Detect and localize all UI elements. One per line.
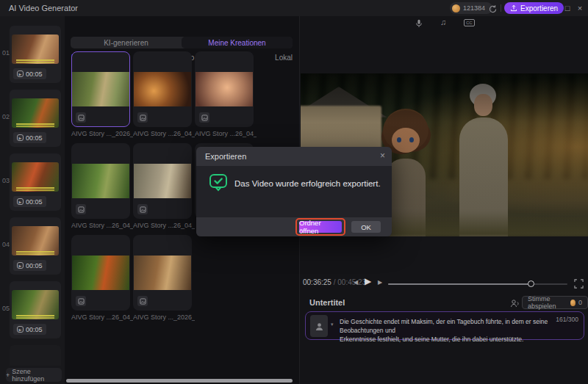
card-label: AIVG Story ...26_04_02(4) — [71, 222, 133, 229]
card-image — [72, 72, 129, 106]
current-time: 00:36:25 — [303, 278, 331, 286]
scene-item-6-partial[interactable] — [0, 345, 65, 366]
seek-bar[interactable] — [388, 283, 567, 285]
play-circle-icon: ▶ — [17, 262, 24, 269]
export-dialog: Exportieren × Das Video wurde erfolgreic… — [196, 147, 392, 236]
scene-number: 04 — [2, 241, 10, 248]
seek-handle[interactable] — [528, 280, 534, 287]
scene-image — [12, 35, 59, 64]
grid-card[interactable] — [133, 51, 192, 127]
dialog-close-icon[interactable]: × — [380, 151, 385, 161]
person-icon — [315, 322, 324, 331]
scene-thumbnail[interactable]: ▶ 00:05 — [10, 153, 61, 211]
scene-item-5[interactable]: 05 ▶ 00:05 — [0, 281, 65, 340]
grid-card[interactable] — [71, 143, 130, 219]
scene-image — [12, 98, 59, 128]
scene-duration-badge: ▶ 00:05 — [13, 324, 46, 335]
scene-duration-badge: ▶ 00:05 — [13, 68, 46, 79]
annotation-highlight — [295, 218, 345, 236]
subtitle-smudge — [16, 187, 54, 189]
image-type-icon — [76, 296, 86, 306]
card-label: AIVG Story ...26_04_02(6) — [133, 130, 195, 137]
card-label: AIVG Story ..._2026_04_21 — [71, 130, 133, 137]
time-separator: / — [334, 278, 336, 286]
minimize-icon[interactable]: – — [550, 2, 562, 14]
scene-number: 02 — [2, 113, 10, 120]
music-icon[interactable]: ♫ — [440, 18, 446, 26]
upload-icon — [510, 4, 517, 12]
scene-item-3[interactable]: 03 ▶ 00:05 — [0, 153, 65, 212]
title-bar: AI Video Generator 121384 Exportieren – … — [0, 0, 588, 16]
ok-button[interactable]: OK — [351, 221, 381, 233]
scene-duration: 00:05 — [26, 134, 43, 142]
card-label: AIVG Story ...26_04_02(5) — [195, 130, 257, 137]
mode-tabs: KI-generieren Meine Kreationen — [71, 37, 293, 48]
dialog-footer: Ordner öffnen OK — [196, 217, 392, 236]
subtitle-text[interactable]: Die Geschichte endet mit Maksim, der ein… — [340, 317, 560, 344]
next-button[interactable]: ▶ — [378, 278, 382, 288]
microphone-icon[interactable] — [415, 18, 423, 31]
scene-thumbnail[interactable] — [10, 345, 61, 366]
coin-icon — [452, 4, 460, 12]
subtitle-text-line: Die Geschichte endet mit Maksim, der ein… — [340, 317, 560, 335]
subtitle-smudge — [16, 59, 54, 61]
scene-duration-badge: ▶ 00:05 — [13, 196, 46, 207]
fullscreen-icon[interactable] — [574, 278, 584, 288]
play-button[interactable]: ▶ — [365, 276, 371, 286]
image-type-icon — [137, 112, 148, 123]
voice-person-icon[interactable] — [510, 298, 520, 308]
card-label: AIVG Story ...26_04_02(1) — [71, 314, 133, 321]
scene-item-4[interactable]: 04 ▶ 00:05 — [0, 217, 65, 276]
success-check-icon — [209, 173, 228, 192]
scene-duration: 00:05 — [26, 326, 43, 333]
grid-card[interactable] — [133, 143, 192, 219]
dialog-title: Exportieren — [205, 152, 246, 161]
maximize-icon[interactable]: □ — [562, 2, 573, 14]
subtab-lokal[interactable]: Lokal — [275, 54, 293, 62]
add-scene-button[interactable]: + Szene hinzufügen — [6, 368, 62, 382]
cc-icon[interactable]: CC — [464, 19, 475, 26]
dialog-message: Das Video wurde erfolgreich exportiert. — [234, 179, 381, 188]
previous-button[interactable]: ◀ — [354, 278, 358, 288]
credits-badge[interactable]: 121384 — [450, 2, 492, 14]
grid-card[interactable] — [133, 235, 192, 311]
scene-thumbnail[interactable]: ▶ 00:05 — [10, 26, 61, 83]
add-scene-label: Szene hinzufügen — [12, 368, 62, 383]
voice-cost: 0 — [578, 299, 582, 306]
scene-image — [12, 226, 59, 256]
grid-card[interactable] — [71, 51, 130, 127]
subtitle-smudge — [16, 251, 54, 253]
refresh-icon[interactable] — [488, 4, 498, 13]
scene-thumbnail[interactable]: ▶ 00:05 — [10, 281, 61, 338]
tab-meine-kreationen[interactable]: Meine Kreationen — [182, 37, 293, 48]
scene-thumbnail[interactable]: ▶ 00:05 — [10, 90, 61, 147]
scene-item-2[interactable]: 02 ▶ 00:05 — [0, 90, 65, 148]
grid-card[interactable] — [71, 235, 130, 311]
card-image — [134, 256, 191, 290]
card-image — [134, 72, 191, 106]
image-type-icon — [137, 204, 148, 214]
play-voice-label: Stimme abspielen — [528, 295, 567, 310]
chevron-down-icon[interactable]: ▾ — [331, 322, 334, 327]
scene-item-1[interactable]: 01 ▶ 00:05 — [0, 26, 65, 84]
voice-avatar[interactable] — [310, 315, 328, 337]
seek-bar-progress — [388, 283, 531, 285]
scene-duration: 00:05 — [26, 198, 43, 206]
horizontal-scrollbar[interactable] — [66, 379, 293, 383]
image-type-icon — [199, 112, 209, 123]
scene-thumbnail[interactable]: ▶ 00:05 — [10, 217, 61, 275]
play-circle-icon: ▶ — [17, 70, 24, 77]
tab-ki-generieren[interactable]: KI-generieren — [71, 37, 182, 48]
close-icon[interactable]: × — [574, 2, 586, 14]
scene-number: 05 — [2, 305, 10, 312]
play-voice-button[interactable]: Stimme abspielen 0 — [522, 296, 588, 309]
scene-duration: 00:05 — [26, 262, 43, 269]
scene-image — [12, 290, 59, 319]
grid-card[interactable] — [195, 51, 254, 127]
card-image — [196, 72, 253, 106]
subtitle-entry[interactable]: ▾ Die Geschichte endet mit Maksim, der e… — [305, 311, 584, 340]
character-counter: 161/300 — [556, 316, 578, 323]
play-circle-icon: ▶ — [17, 134, 24, 141]
card-label: AIVG Story ..._2026_04_02 — [133, 314, 195, 321]
card-image — [72, 164, 129, 198]
